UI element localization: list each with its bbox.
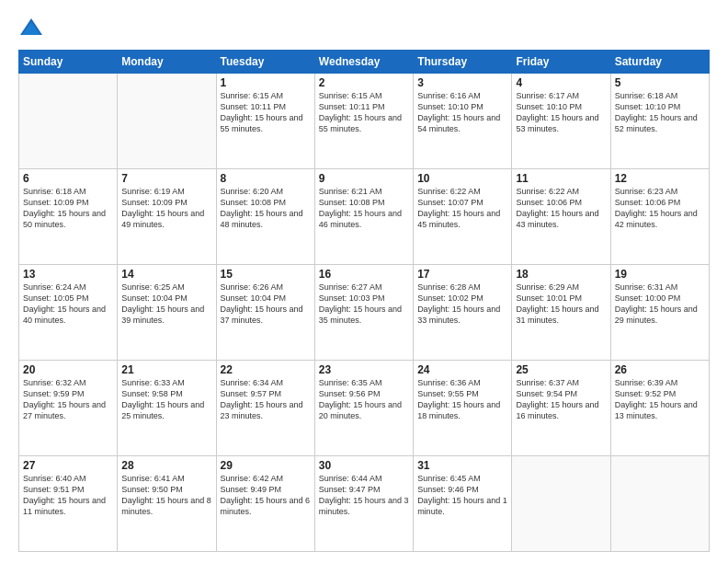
calendar-cell: 10Sunrise: 6:22 AM Sunset: 10:07 PM Dayl…	[414, 169, 512, 265]
calendar-cell: 7Sunrise: 6:19 AM Sunset: 10:09 PM Dayli…	[118, 169, 216, 265]
calendar-header-tuesday: Tuesday	[216, 51, 314, 74]
day-number: 1	[221, 76, 311, 89]
cell-info: Sunrise: 6:19 AM Sunset: 10:09 PM Daylig…	[121, 186, 211, 231]
cell-info: Sunrise: 6:24 AM Sunset: 10:05 PM Daylig…	[23, 282, 113, 327]
calendar-cell: 9Sunrise: 6:21 AM Sunset: 10:08 PM Dayli…	[314, 169, 413, 265]
cell-info: Sunrise: 6:18 AM Sunset: 10:09 PM Daylig…	[23, 186, 113, 231]
calendar-cell: 20Sunrise: 6:32 AM Sunset: 9:59 PM Dayli…	[19, 361, 118, 456]
day-number: 14	[121, 268, 211, 281]
cell-info: Sunrise: 6:17 AM Sunset: 10:10 PM Daylig…	[516, 90, 606, 135]
day-number: 21	[121, 363, 211, 376]
cell-info: Sunrise: 6:36 AM Sunset: 9:55 PM Dayligh…	[417, 377, 507, 422]
calendar-header-wednesday: Wednesday	[314, 51, 413, 74]
day-number: 12	[615, 172, 705, 185]
calendar-cell: 12Sunrise: 6:23 AM Sunset: 10:06 PM Dayl…	[610, 169, 709, 265]
day-number: 8	[221, 172, 311, 185]
cell-info: Sunrise: 6:23 AM Sunset: 10:06 PM Daylig…	[615, 186, 705, 231]
cell-info: Sunrise: 6:31 AM Sunset: 10:00 PM Daylig…	[615, 282, 705, 327]
calendar-cell: 13Sunrise: 6:24 AM Sunset: 10:05 PM Dayl…	[19, 265, 118, 361]
cell-info: Sunrise: 6:29 AM Sunset: 10:01 PM Daylig…	[516, 282, 606, 327]
cell-info: Sunrise: 6:22 AM Sunset: 10:07 PM Daylig…	[417, 186, 507, 231]
cell-info: Sunrise: 6:41 AM Sunset: 9:50 PM Dayligh…	[121, 473, 211, 518]
calendar-week-5: 27Sunrise: 6:40 AM Sunset: 9:51 PM Dayli…	[19, 456, 710, 552]
day-number: 4	[516, 76, 606, 89]
day-number: 29	[221, 459, 311, 472]
day-number: 24	[417, 363, 507, 376]
calendar-cell: 24Sunrise: 6:36 AM Sunset: 9:55 PM Dayli…	[414, 361, 512, 456]
calendar-cell: 8Sunrise: 6:20 AM Sunset: 10:08 PM Dayli…	[216, 169, 314, 265]
cell-info: Sunrise: 6:35 AM Sunset: 9:56 PM Dayligh…	[319, 377, 409, 422]
cell-info: Sunrise: 6:16 AM Sunset: 10:10 PM Daylig…	[417, 90, 507, 135]
day-number: 6	[23, 172, 113, 185]
calendar-cell: 3Sunrise: 6:16 AM Sunset: 10:10 PM Dayli…	[414, 74, 512, 169]
cell-info: Sunrise: 6:39 AM Sunset: 9:52 PM Dayligh…	[615, 377, 705, 422]
day-number: 3	[417, 76, 507, 89]
calendar-cell: 14Sunrise: 6:25 AM Sunset: 10:04 PM Dayl…	[118, 265, 216, 361]
cell-info: Sunrise: 6:18 AM Sunset: 10:10 PM Daylig…	[615, 90, 705, 135]
day-number: 20	[23, 363, 113, 376]
calendar-cell: 27Sunrise: 6:40 AM Sunset: 9:51 PM Dayli…	[19, 456, 118, 552]
calendar-cell: 22Sunrise: 6:34 AM Sunset: 9:57 PM Dayli…	[216, 361, 314, 456]
day-number: 7	[121, 172, 211, 185]
logo	[18, 15, 48, 40]
cell-info: Sunrise: 6:44 AM Sunset: 9:47 PM Dayligh…	[319, 473, 409, 518]
logo-icon	[18, 15, 44, 40]
calendar-cell: 15Sunrise: 6:26 AM Sunset: 10:04 PM Dayl…	[216, 265, 314, 361]
day-number: 15	[221, 268, 311, 281]
cell-info: Sunrise: 6:32 AM Sunset: 9:59 PM Dayligh…	[23, 377, 113, 422]
calendar-header-sunday: Sunday	[19, 51, 118, 74]
calendar-cell: 30Sunrise: 6:44 AM Sunset: 9:47 PM Dayli…	[314, 456, 413, 552]
calendar-cell: 2Sunrise: 6:15 AM Sunset: 10:11 PM Dayli…	[314, 74, 413, 169]
day-number: 25	[516, 363, 606, 376]
calendar-cell: 6Sunrise: 6:18 AM Sunset: 10:09 PM Dayli…	[19, 169, 118, 265]
cell-info: Sunrise: 6:40 AM Sunset: 9:51 PM Dayligh…	[23, 473, 113, 518]
day-number: 22	[221, 363, 311, 376]
cell-info: Sunrise: 6:21 AM Sunset: 10:08 PM Daylig…	[319, 186, 409, 231]
cell-info: Sunrise: 6:34 AM Sunset: 9:57 PM Dayligh…	[221, 377, 311, 422]
cell-info: Sunrise: 6:15 AM Sunset: 10:11 PM Daylig…	[319, 90, 409, 135]
calendar-cell: 17Sunrise: 6:28 AM Sunset: 10:02 PM Dayl…	[414, 265, 512, 361]
cell-info: Sunrise: 6:20 AM Sunset: 10:08 PM Daylig…	[221, 186, 311, 231]
calendar-cell: 23Sunrise: 6:35 AM Sunset: 9:56 PM Dayli…	[314, 361, 413, 456]
cell-info: Sunrise: 6:22 AM Sunset: 10:06 PM Daylig…	[516, 186, 606, 231]
calendar-cell: 18Sunrise: 6:29 AM Sunset: 10:01 PM Dayl…	[512, 265, 610, 361]
day-number: 23	[319, 363, 409, 376]
calendar: SundayMondayTuesdayWednesdayThursdayFrid…	[18, 50, 710, 552]
day-number: 9	[319, 172, 409, 185]
calendar-header-monday: Monday	[118, 51, 216, 74]
calendar-cell: 28Sunrise: 6:41 AM Sunset: 9:50 PM Dayli…	[118, 456, 216, 552]
day-number: 16	[319, 268, 409, 281]
calendar-cell	[19, 74, 118, 169]
calendar-cell: 31Sunrise: 6:45 AM Sunset: 9:46 PM Dayli…	[414, 456, 512, 552]
calendar-week-3: 13Sunrise: 6:24 AM Sunset: 10:05 PM Dayl…	[19, 265, 710, 361]
calendar-header-saturday: Saturday	[610, 51, 709, 74]
day-number: 5	[615, 76, 705, 89]
day-number: 28	[121, 459, 211, 472]
day-number: 26	[615, 363, 705, 376]
cell-info: Sunrise: 6:28 AM Sunset: 10:02 PM Daylig…	[417, 282, 507, 327]
calendar-cell: 11Sunrise: 6:22 AM Sunset: 10:06 PM Dayl…	[512, 169, 610, 265]
cell-info: Sunrise: 6:25 AM Sunset: 10:04 PM Daylig…	[121, 282, 211, 327]
day-number: 31	[417, 459, 507, 472]
page: SundayMondayTuesdayWednesdayThursdayFrid…	[0, 0, 728, 563]
cell-info: Sunrise: 6:37 AM Sunset: 9:54 PM Dayligh…	[516, 377, 606, 422]
day-number: 17	[417, 268, 507, 281]
calendar-header-thursday: Thursday	[414, 51, 512, 74]
calendar-cell: 19Sunrise: 6:31 AM Sunset: 10:00 PM Dayl…	[610, 265, 709, 361]
calendar-header-row: SundayMondayTuesdayWednesdayThursdayFrid…	[19, 51, 710, 74]
calendar-header-friday: Friday	[512, 51, 610, 74]
cell-info: Sunrise: 6:33 AM Sunset: 9:58 PM Dayligh…	[121, 377, 211, 422]
day-number: 10	[417, 172, 507, 185]
cell-info: Sunrise: 6:15 AM Sunset: 10:11 PM Daylig…	[221, 90, 311, 135]
calendar-cell: 16Sunrise: 6:27 AM Sunset: 10:03 PM Dayl…	[314, 265, 413, 361]
calendar-cell: 26Sunrise: 6:39 AM Sunset: 9:52 PM Dayli…	[610, 361, 709, 456]
calendar-week-1: 1Sunrise: 6:15 AM Sunset: 10:11 PM Dayli…	[19, 74, 710, 169]
calendar-cell	[118, 74, 216, 169]
calendar-cell	[512, 456, 610, 552]
cell-info: Sunrise: 6:26 AM Sunset: 10:04 PM Daylig…	[221, 282, 311, 327]
calendar-cell: 5Sunrise: 6:18 AM Sunset: 10:10 PM Dayli…	[610, 74, 709, 169]
calendar-cell: 1Sunrise: 6:15 AM Sunset: 10:11 PM Dayli…	[216, 74, 314, 169]
day-number: 27	[23, 459, 113, 472]
day-number: 13	[23, 268, 113, 281]
calendar-cell	[610, 456, 709, 552]
